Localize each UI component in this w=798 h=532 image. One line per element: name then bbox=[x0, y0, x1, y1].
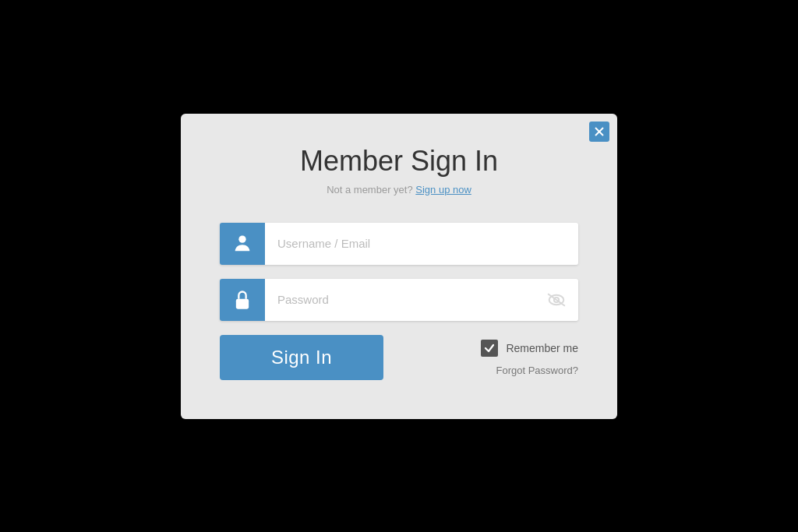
close-button[interactable] bbox=[589, 122, 609, 142]
user-icon-container bbox=[220, 223, 265, 265]
username-input[interactable] bbox=[265, 223, 578, 265]
forgot-password-link[interactable]: Forgot Password? bbox=[496, 365, 579, 376]
not-member-text: Not a member yet? bbox=[327, 184, 413, 196]
username-field-wrapper bbox=[265, 223, 578, 265]
password-field-wrapper bbox=[265, 279, 578, 321]
sign-in-button[interactable]: Sign In bbox=[220, 335, 383, 380]
svg-rect-5 bbox=[242, 304, 243, 307]
dialog-subtitle: Not a member yet? Sign up now bbox=[220, 184, 578, 196]
dialog-title: Member Sign In bbox=[220, 145, 578, 178]
check-icon bbox=[484, 343, 495, 354]
password-input[interactable] bbox=[265, 279, 578, 321]
lock-icon bbox=[231, 289, 253, 311]
username-input-group bbox=[220, 223, 578, 265]
remember-me-checkbox[interactable] bbox=[481, 340, 498, 357]
remember-me-label: Remember me bbox=[506, 342, 578, 354]
signup-link[interactable]: Sign up now bbox=[415, 184, 471, 196]
bottom-row: Sign In Remember me Forgot Password? bbox=[220, 335, 578, 380]
right-options: Remember me Forgot Password? bbox=[399, 335, 578, 376]
remember-me-row: Remember me bbox=[481, 340, 578, 357]
svg-point-2 bbox=[238, 235, 245, 242]
user-icon bbox=[231, 233, 253, 255]
login-dialog: Member Sign In Not a member yet? Sign up… bbox=[181, 114, 617, 419]
lock-icon-container bbox=[220, 279, 265, 321]
close-icon bbox=[595, 127, 604, 136]
password-input-group bbox=[220, 279, 578, 321]
